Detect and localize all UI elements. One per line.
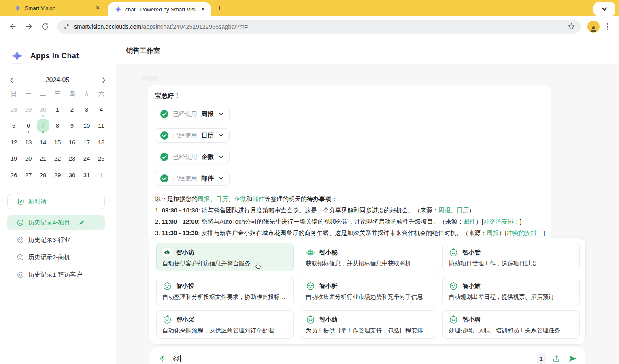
address-bar[interactable]: smartvision.dcclouds.com/appsinchat/2404… xyxy=(57,20,581,34)
calendar-day[interactable]: 30 xyxy=(36,101,50,118)
text-caret xyxy=(180,355,181,362)
calendar-day[interactable]: 1 xyxy=(94,167,108,183)
calendar-day[interactable]: 5 xyxy=(6,118,21,134)
used-tool-chip-日历[interactable]: 已经使用日历 xyxy=(155,128,230,143)
calendar-day[interactable]: 25 xyxy=(94,150,108,167)
agent-card-智小旅[interactable]: 智小旅自动规划出差日程，提供机票、酒店预订 xyxy=(442,277,580,305)
mouse-cursor xyxy=(254,261,263,271)
send-icon[interactable] xyxy=(567,353,578,364)
calendar-day[interactable]: 28 xyxy=(36,167,50,183)
chat-favicon-icon xyxy=(115,6,121,13)
calendar-day[interactable]: 15 xyxy=(50,134,65,150)
calendar-day[interactable]: 19 xyxy=(6,150,21,167)
chevron-down-icon[interactable] xyxy=(219,134,223,137)
agent-card-智小投[interactable]: 智小投自动整理和分析投标文件要求，协助准备投标… xyxy=(156,277,294,305)
calendar-next-icon[interactable] xyxy=(99,75,108,85)
used-tool-chip-企微[interactable]: 已经使用企微 xyxy=(155,150,230,164)
forward-button[interactable] xyxy=(22,20,36,34)
calendar-day[interactable]: 22 xyxy=(50,150,65,167)
agent-description: 获取招标信息，并从招标信息中获取商机 xyxy=(306,260,431,267)
calendar-day[interactable]: 6 xyxy=(21,118,36,134)
profile-avatar[interactable] xyxy=(587,21,600,33)
calendar-month-label: 2024-05 xyxy=(46,76,70,84)
calendar-day[interactable]: 31 xyxy=(79,167,94,183)
back-button[interactable] xyxy=(6,20,19,34)
calendar-day[interactable]: 13 xyxy=(21,134,36,150)
used-tool-chip-邮件[interactable]: 已经使用邮件 xyxy=(155,171,230,186)
agent-card-智小助[interactable]: 智小助为员工提供日常工作管理支持，包括日程安排 xyxy=(300,310,437,339)
calendar-day[interactable]: 11 xyxy=(94,118,108,134)
reload-button[interactable] xyxy=(38,20,52,34)
agent-card-智小管[interactable]: 智小管协助项目管理工作，追踪项目进度 xyxy=(442,243,580,271)
calendar-day[interactable]: 16 xyxy=(65,134,79,150)
calendar-day[interactable]: 18 xyxy=(94,134,108,150)
new-chat-button[interactable]: 新对话 xyxy=(7,194,105,209)
history-item-1[interactable]: 历史记录1-拜访客户 xyxy=(7,267,105,282)
history-item-3[interactable]: 历史记录3-行业 xyxy=(7,232,105,248)
bookmark-star-icon[interactable] xyxy=(568,23,575,30)
agent-card-智小访[interactable]: 智小访自动提供客户拜访信息并整合服务 xyxy=(156,243,294,271)
used-label: 已经使用 xyxy=(173,110,197,118)
source-link[interactable]: 邮件 xyxy=(464,218,476,225)
history-item-4[interactable]: 历史记录4-项目 xyxy=(7,215,105,230)
close-tab-icon[interactable]: × xyxy=(200,5,206,13)
source-link[interactable]: 日历 xyxy=(457,207,469,214)
calendar-day[interactable]: 4 xyxy=(94,101,108,118)
new-tab-button[interactable]: + xyxy=(214,2,226,14)
source-link[interactable]: 周报 xyxy=(487,229,499,236)
calendar-day[interactable]: 24 xyxy=(79,150,94,167)
microphone-icon[interactable] xyxy=(157,353,168,364)
calendar-day[interactable]: 21 xyxy=(36,150,50,167)
calendar-day[interactable]: 29 xyxy=(50,167,65,183)
calendar-day[interactable]: 23 xyxy=(65,150,79,167)
upload-icon[interactable] xyxy=(551,353,562,364)
agent-card-智小秘[interactable]: 智小秘获取招标信息，并从招标信息中获取商机 xyxy=(300,243,437,271)
chat-input-bar[interactable]: @ 1 xyxy=(149,347,585,364)
todo-item-3: 3. 11:30 - 13:30: 安排与新客户金小姐在城市花园餐厅的商务午餐。… xyxy=(155,227,545,239)
site-info-icon[interactable] xyxy=(63,23,70,30)
chevron-down-icon[interactable] xyxy=(219,155,223,159)
input-counter-badge: 1 xyxy=(537,353,546,364)
history-item-2[interactable]: 历史记录2-商机 xyxy=(7,250,105,265)
agent-description: 自动化采购流程，从供应商管理到订单处理 xyxy=(162,327,287,334)
calendar-day[interactable]: 3 xyxy=(79,101,94,118)
used-tool-chip-周报[interactable]: 已经使用周报 xyxy=(155,107,230,121)
tab-search-button[interactable] xyxy=(593,2,615,16)
calendar-day[interactable]: 9 xyxy=(65,118,79,134)
agent-card-智小析[interactable]: 智小析自动收集并分析行业市场趋势和竞争对手信息 xyxy=(300,277,437,305)
agent-description: 自动提供客户拜访信息并整合服务 xyxy=(162,260,287,267)
calendar-day[interactable]: 28 xyxy=(6,101,21,118)
tab-chat-active[interactable]: chat - Powered by Smart Visi × xyxy=(108,2,211,16)
source-link[interactable]: 邮件 xyxy=(252,195,264,202)
agent-card-智小聘[interactable]: 智小聘处理招聘、入职、培训和员工关系管理任务 xyxy=(442,310,580,339)
close-tab-icon[interactable]: × xyxy=(94,4,101,12)
calendar-day[interactable]: 26 xyxy=(6,167,21,183)
source-link[interactable]: 企微 xyxy=(234,195,246,202)
url-text: smartvision.dcclouds.com/appsinchat/2404… xyxy=(74,23,564,30)
calendar-day[interactable]: 30 xyxy=(65,167,79,183)
calendar-day[interactable]: 29 xyxy=(21,101,36,118)
agent-card-智小采[interactable]: 智小采自动化采购流程，从供应商管理到订单处理 xyxy=(156,310,294,339)
source-link[interactable]: 周报 xyxy=(438,207,451,214)
message-input[interactable]: @ xyxy=(173,355,181,362)
calendar-day[interactable]: 14 xyxy=(36,134,50,150)
source-link[interactable]: 冲突的安排！ xyxy=(506,229,543,236)
calendar-day[interactable]: 12 xyxy=(6,134,21,150)
calendar-day[interactable]: 20 xyxy=(21,150,36,167)
chevron-down-icon[interactable] xyxy=(219,112,223,116)
browser-menu-button[interactable] xyxy=(602,20,613,34)
source-link[interactable]: 冲突的安排！ xyxy=(483,218,520,225)
source-link[interactable]: 日历 xyxy=(216,195,228,202)
calendar-day-selected[interactable]: 7 xyxy=(36,118,50,134)
calendar-day[interactable]: 10 xyxy=(79,118,94,134)
calendar-day[interactable]: 17 xyxy=(79,134,94,150)
tab-smart-vision[interactable]: Smart Vision × xyxy=(6,0,105,16)
calendar-day[interactable]: 1 xyxy=(50,101,65,118)
chevron-down-icon[interactable] xyxy=(219,177,223,180)
calendar-day[interactable]: 27 xyxy=(21,167,36,183)
calendar-day[interactable]: 2 xyxy=(65,101,79,118)
edit-pencil-icon[interactable] xyxy=(79,219,85,226)
source-link[interactable]: 周报 xyxy=(198,195,210,202)
calendar-day[interactable]: 8 xyxy=(50,118,65,134)
calendar-prev-icon[interactable] xyxy=(6,75,16,85)
